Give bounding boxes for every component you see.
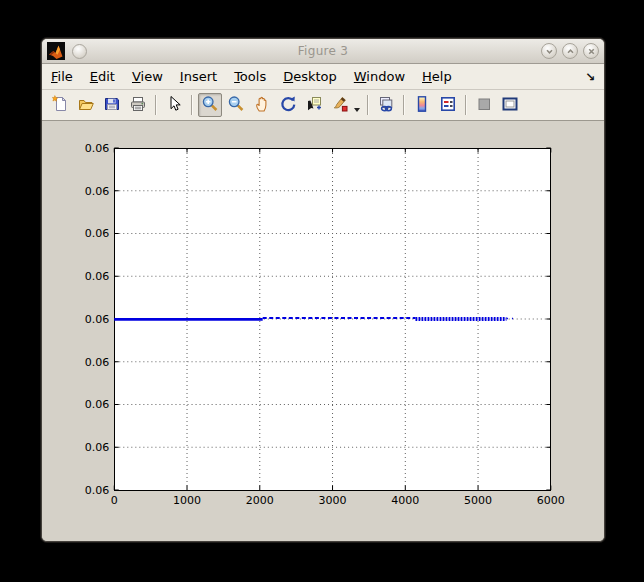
- toolbar-separator: [367, 95, 369, 115]
- rotate-3d-icon: [278, 94, 298, 117]
- menu-bar: FileEditViewInsertToolsDesktopWindowHelp…: [42, 64, 604, 90]
- menubar-overflow-arrow-icon[interactable]: ↘: [585, 70, 595, 84]
- toolbar-separator: [155, 95, 157, 115]
- shade-button[interactable]: [541, 43, 557, 59]
- open-file-icon: [76, 94, 96, 117]
- insert-colorbar-icon: [412, 94, 432, 117]
- title-bar[interactable]: Figure 3: [42, 39, 604, 64]
- link-plot-icon: [376, 94, 396, 117]
- zoom-out-button[interactable]: [224, 93, 248, 117]
- window-menu-button[interactable]: [72, 44, 87, 59]
- x-tick-label: 6000: [537, 494, 565, 507]
- insert-legend-button[interactable]: [436, 93, 460, 117]
- window-title: Figure 3: [42, 44, 604, 58]
- y-tick-label: 0.06: [85, 356, 110, 369]
- save-figure-icon: [102, 94, 122, 117]
- y-tick-label: 0.06: [85, 441, 110, 454]
- plot-svg[interactable]: 0.060.060.060.060.060.060.060.060.060100…: [42, 121, 604, 541]
- save-figure-button[interactable]: [100, 93, 124, 117]
- open-file-button[interactable]: [74, 93, 98, 117]
- new-figure-icon: [50, 94, 70, 117]
- hide-plot-tools-icon: [474, 94, 494, 117]
- menu-item-insert[interactable]: Insert: [180, 69, 217, 84]
- matlab-logo-icon[interactable]: [47, 42, 65, 60]
- x-tick-label: 4000: [391, 494, 419, 507]
- link-plot-button[interactable]: [374, 93, 398, 117]
- toolbar-separator: [403, 95, 405, 115]
- insert-colorbar-button[interactable]: [410, 93, 434, 117]
- x-tick-label: 5000: [464, 494, 492, 507]
- zoom-in-button[interactable]: [198, 93, 222, 117]
- y-tick-label: 0.06: [85, 142, 110, 155]
- print-figure-icon: [128, 94, 148, 117]
- x-tick-label: 3000: [319, 494, 347, 507]
- brush-dropdown-caret-icon[interactable]: [354, 108, 360, 112]
- y-tick-label: 0.06: [85, 398, 110, 411]
- new-figure-button[interactable]: [48, 93, 72, 117]
- close-button[interactable]: [583, 43, 599, 59]
- hide-plot-tools-button[interactable]: [472, 93, 496, 117]
- data-cursor-icon: [304, 94, 324, 117]
- x-tick-label: 2000: [246, 494, 274, 507]
- brush-icon: [330, 94, 350, 117]
- y-tick-label: 0.06: [85, 313, 110, 326]
- toolbar-separator: [465, 95, 467, 115]
- y-tick-label: 0.06: [85, 484, 110, 497]
- menu-item-desktop[interactable]: Desktop: [283, 69, 337, 84]
- figure-canvas: 0.060.060.060.060.060.060.060.060.060100…: [42, 121, 604, 541]
- pointer-button[interactable]: [162, 93, 186, 117]
- chevron-up-icon: [566, 44, 575, 59]
- menu-item-file[interactable]: File: [51, 69, 73, 84]
- zoom-out-icon: [226, 94, 246, 117]
- rotate-3d-button[interactable]: [276, 93, 300, 117]
- insert-legend-icon: [438, 94, 458, 117]
- pan-button[interactable]: [250, 93, 274, 117]
- menu-items: FileEditViewInsertToolsDesktopWindowHelp: [51, 69, 469, 84]
- pan-icon: [252, 94, 272, 117]
- y-tick-label: 0.06: [85, 185, 110, 198]
- menu-item-edit[interactable]: Edit: [90, 69, 115, 84]
- show-plot-tools-button[interactable]: [498, 93, 522, 117]
- zoom-in-icon: [200, 94, 220, 117]
- pointer-icon: [164, 94, 184, 117]
- figure-window: Figure 3 FileEditViewInsertToolsDesktopW…: [41, 38, 605, 542]
- window-controls: [541, 43, 599, 59]
- chevron-down-icon: [545, 44, 554, 59]
- show-plot-tools-icon: [500, 94, 520, 117]
- data-cursor-button[interactable]: [302, 93, 326, 117]
- x-tick-label: 1000: [173, 494, 201, 507]
- print-figure-button[interactable]: [126, 93, 150, 117]
- maximize-button[interactable]: [562, 43, 578, 59]
- toolbar-separator: [191, 95, 193, 115]
- menu-item-help[interactable]: Help: [422, 69, 452, 84]
- brush-button[interactable]: [328, 93, 352, 117]
- y-tick-label: 0.06: [85, 227, 110, 240]
- x-icon: [587, 44, 596, 59]
- y-tick-label: 0.06: [85, 270, 110, 283]
- figure-toolbar: [42, 90, 604, 121]
- menu-item-tools[interactable]: Tools: [234, 69, 266, 84]
- menu-item-view[interactable]: View: [132, 69, 163, 84]
- x-tick-label: 0: [111, 494, 118, 507]
- menu-item-window[interactable]: Window: [354, 69, 405, 84]
